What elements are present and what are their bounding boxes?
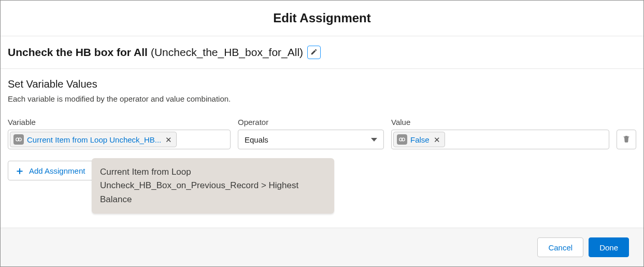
done-button[interactable]: Done [589,237,629,257]
section-description: Each variable is modified by the operato… [8,94,636,103]
trash-icon [622,134,631,145]
chevron-down-icon [371,138,377,142]
value-pill-text: False [410,135,430,144]
modal-header: Edit Assignment [1,1,643,36]
header-value: Value [391,118,610,127]
element-api-name: (Uncheck_the_HB_box_for_All) [151,46,303,59]
delete-row-button[interactable] [617,130,636,149]
variable-pill-text: Current Item from Loop Uncheck_HB... [27,135,161,144]
header-operator: Operator [238,118,384,127]
operator-value: Equals [245,135,268,144]
cancel-button[interactable]: Cancel [537,237,583,257]
element-name-section: Uncheck the HB box for All (Uncheck_the_… [1,36,643,69]
variable-input[interactable]: Current Item from Loop Uncheck_HB... ✕ [8,130,231,149]
add-assignment-button[interactable]: ＋ Add Assignment [8,161,94,180]
plus-icon: ＋ [15,165,25,176]
header-variable: Variable [8,118,231,127]
modal-footer: Cancel Done [1,228,643,266]
resource-icon [397,134,407,145]
variable-pill: Current Item from Loop Uncheck_HB... ✕ [10,132,177,147]
add-assignment-label: Add Assignment [29,166,85,175]
variable-pill-remove[interactable]: ✕ [164,136,173,144]
operator-select[interactable]: Equals [238,130,384,149]
value-input[interactable]: False ✕ [391,130,609,149]
edit-assignment-modal: Edit Assignment Uncheck the HB box for A… [0,0,644,267]
value-pill-remove[interactable]: ✕ [433,136,441,144]
variable-tooltip: Current Item from Loop Uncheck_HB_Box_on… [92,158,334,214]
element-label: Uncheck the HB box for All [8,46,148,59]
pencil-icon [310,48,318,57]
column-headers: Variable Operator Value [8,118,636,130]
tooltip-text: Current Item from Loop Uncheck_HB_Box_on… [100,167,298,204]
edit-name-button[interactable] [307,46,321,59]
assignment-body: Set Variable Values Each variable is mod… [1,69,643,228]
modal-title: Edit Assignment [1,11,643,25]
section-title: Set Variable Values [8,78,636,90]
resource-icon [13,134,24,145]
value-pill: False ✕ [393,132,445,147]
assignment-row: Current Item from Loop Uncheck_HB... ✕ E… [8,130,636,149]
